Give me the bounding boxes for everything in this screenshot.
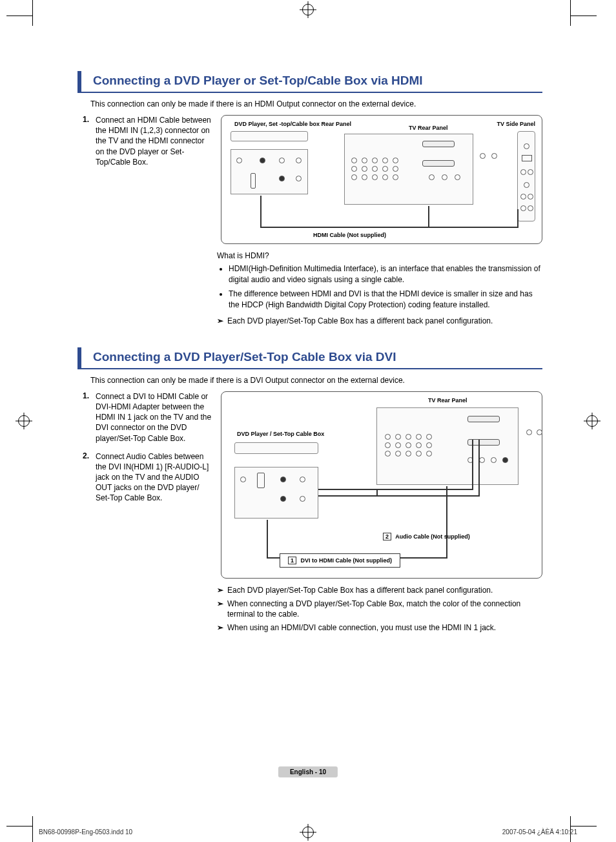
crop-mark <box>32 0 33 26</box>
cable-icon <box>260 196 262 228</box>
dvd-panel-icon <box>231 131 308 141</box>
steps-column: 1. Connect an HDMI Cable between the HDM… <box>83 115 212 244</box>
dvi-cable-icon <box>446 486 447 559</box>
step-text: Connect a DVI to HDMI Cable or DVI-HDMI … <box>96 391 212 444</box>
step-text: Connect Audio Cables between the DVI IN(… <box>96 451 212 504</box>
tv-rear-panel-label: TV Rear Panel <box>409 125 448 131</box>
jack-icon <box>537 429 542 435</box>
section-intro: This connection can only be made if ther… <box>90 99 542 108</box>
section1-notes: What is HDMI? HDMI(High-Definition Multi… <box>217 251 542 327</box>
arrow-icon: ➣ <box>217 622 223 633</box>
audio-cable-icon <box>376 489 473 490</box>
arrow-icon: ➣ <box>217 599 223 621</box>
note-bullet: The difference between HDMI and DVI is t… <box>229 289 542 311</box>
cable-icon <box>428 206 429 228</box>
audio-cable-icon <box>318 489 376 490</box>
note-arrow-text: When using an HDMI/DVI cable connection,… <box>227 622 496 633</box>
section1-body: 1. Connect an HDMI Cable between the HDM… <box>83 115 542 244</box>
note-arrow-line: ➣ Each DVD player/Set-Top Cable Box has … <box>217 585 542 596</box>
note-arrow-text: When connecting a DVD player/Set-Top Cab… <box>227 599 542 621</box>
registration-mark-icon <box>18 415 30 427</box>
registration-mark-icon <box>586 415 598 427</box>
dvd-panel-label: DVD Player, Set -top/Cable box Rear Pane… <box>234 121 351 127</box>
dvd-rear-panel-icon <box>231 149 308 194</box>
section-intro: This connection can only be made if ther… <box>90 376 542 385</box>
audio-cable-label: Audio Cable (Not supplied) <box>395 533 470 540</box>
connection-diagram-dvi: TV Rear Panel DVD Player / Set-Top Cable… <box>221 391 542 579</box>
heading-text: Connecting a DVD Player/Set-Top Cable Bo… <box>93 347 396 368</box>
note-bullet: HDMI(High-Definition Multimedia Interfac… <box>229 263 542 285</box>
heading-accent-bar <box>77 347 81 368</box>
page-number-badge: English - 10 <box>278 766 338 777</box>
crop-mark <box>6 15 32 16</box>
note-arrow-text: Each DVD player/Set-Top Cable Box has a … <box>227 585 493 596</box>
heading-accent-bar <box>77 71 81 92</box>
steps-column: 1. Connect a DVI to HDMI Cable or DVI-HD… <box>83 391 212 579</box>
section-heading-dvi: Connecting a DVD Player/Set-Top Cable Bo… <box>77 347 542 369</box>
print-file-name: BN68-00998P-Eng-0503.indd 10 <box>39 828 132 836</box>
page-content: Connecting a DVD Player or Set-Top/Cable… <box>77 71 542 636</box>
step-number: 1. <box>83 391 96 444</box>
tv-rear-panel-icon <box>376 407 518 485</box>
crop-mark <box>571 826 597 827</box>
note-arrow-line: ➣ When connecting a DVD player/Set-Top C… <box>217 599 542 621</box>
cable-icon <box>260 227 428 228</box>
dvd-panel-icon <box>234 442 318 454</box>
step-item: 2. Connect Audio Cables between the DVI … <box>83 451 212 504</box>
step-text: Connect an HDMI Cable between the HDMI I… <box>96 115 212 167</box>
dvi-cable-label-row: 1 DVI to HDMI Cable (Not supplied) <box>280 553 400 568</box>
crop-mark <box>571 15 597 16</box>
crop-mark <box>32 816 33 842</box>
dvi-cable-icon <box>267 520 268 559</box>
cable-tag: 2 <box>383 533 391 540</box>
tv-rear-panel-label: TV Rear Panel <box>428 397 467 404</box>
cable-icon <box>428 227 518 228</box>
heading-text: Connecting a DVD Player or Set-Top/Cable… <box>93 71 423 92</box>
section2-body: 1. Connect a DVI to HDMI Cable or DVI-HD… <box>83 391 542 579</box>
tv-side-panel-icon <box>517 131 535 221</box>
dvd-panel-label: DVD Player / Set-Top Cable Box <box>237 431 324 437</box>
connection-diagram-hdmi: DVD Player, Set -top/Cable box Rear Pane… <box>221 115 542 244</box>
dvd-rear-panel-icon <box>234 467 318 519</box>
step-item: 1. Connect a DVI to HDMI Cable or DVI-HD… <box>83 391 212 444</box>
note-arrow-text: Each DVD player/Set-Top Cable Box has a … <box>227 316 493 327</box>
audio-cable-icon <box>376 495 480 497</box>
audio-cable-label-row: 2 Audio Cable (Not supplied) <box>383 533 470 540</box>
what-is-hdmi-heading: What is HDMI? <box>217 251 542 262</box>
audio-cable-icon <box>478 440 480 497</box>
step-number: 2. <box>83 451 96 504</box>
cable-tag: 1 <box>288 557 296 564</box>
crop-mark <box>6 826 32 827</box>
tv-rear-panel-icon <box>344 134 473 205</box>
registration-mark-icon <box>302 4 314 15</box>
step-number: 1. <box>83 115 96 167</box>
step-item: 1. Connect an HDMI Cable between the HDM… <box>83 115 212 167</box>
dvi-cable-label: DVI to HDMI Cable (Not supplied) <box>301 557 393 564</box>
note-arrow-line: ➣ When using an HDMI/DVI cable connectio… <box>217 622 542 633</box>
jack-icon <box>526 429 532 435</box>
arrow-icon: ➣ <box>217 585 223 596</box>
arrow-icon: ➣ <box>217 316 223 327</box>
crop-mark <box>570 0 571 26</box>
audio-cable-icon <box>318 495 376 497</box>
jack-icon <box>491 153 497 159</box>
section2-notes: ➣ Each DVD player/Set-Top Cable Box has … <box>217 585 542 633</box>
audio-cable-icon <box>472 440 473 490</box>
note-arrow-line: ➣ Each DVD player/Set-Top Cable Box has … <box>217 316 542 327</box>
hdmi-cable-label: HDMI Cable (Not supplied) <box>313 232 386 238</box>
tv-side-panel-label: TV Side Panel <box>497 121 535 127</box>
cable-icon <box>517 209 518 228</box>
jack-icon <box>480 153 486 159</box>
print-job-footer: BN68-00998P-Eng-0503.indd 10 2007-05-04 … <box>39 828 577 836</box>
print-timestamp: 2007-05-04 ¿ÀÈÄ 4:10:21 <box>502 828 577 836</box>
section-heading-hdmi: Connecting a DVD Player or Set-Top/Cable… <box>77 71 542 93</box>
